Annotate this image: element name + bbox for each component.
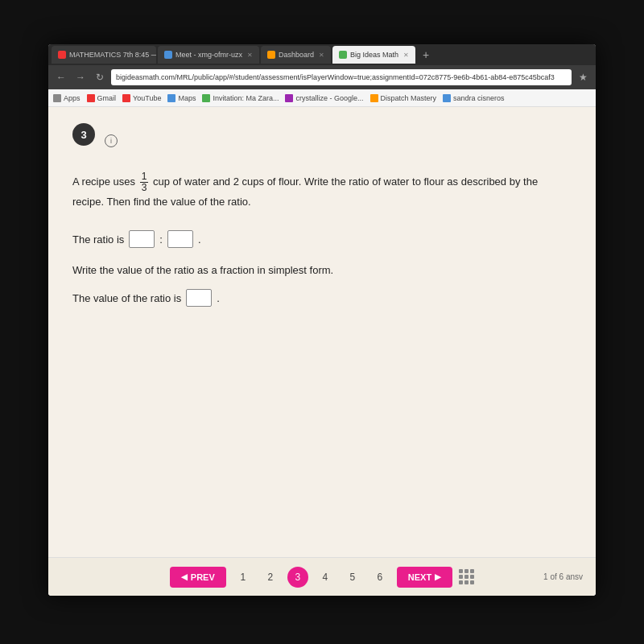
bookmark-sandra[interactable]: sandra cisneros xyxy=(443,94,505,102)
bookmark-label: Gmail xyxy=(97,94,117,102)
tab-favicon xyxy=(164,51,172,59)
address-input[interactable] xyxy=(111,69,572,85)
youtube-icon xyxy=(122,94,130,102)
tab-favicon xyxy=(267,51,275,59)
tab-label: Big Ideas Math xyxy=(350,51,398,59)
tab-meet[interactable]: Meet - xmg-ofmr-uzx ✕ xyxy=(158,46,259,64)
browser-chrome: MATHEMATICS 7th 8:45 — Roo... ✕ Meet - x… xyxy=(48,44,596,107)
fraction-numerator: 1 xyxy=(140,171,149,183)
tab-label: MATHEMATICS 7th 8:45 — Roo... xyxy=(69,51,156,59)
bookmark-dispatch[interactable]: Dispatch Mastery xyxy=(370,94,437,102)
bookmark-apps[interactable]: Apps xyxy=(53,94,80,102)
bookmark-label: Apps xyxy=(64,94,80,102)
new-tab-button[interactable]: + xyxy=(417,46,435,64)
tab-close-icon[interactable]: ✕ xyxy=(319,52,324,59)
question-text-part1: A recipe uses xyxy=(72,175,135,188)
value-period: . xyxy=(217,292,220,304)
address-bar-row: ← → ↻ ★ xyxy=(48,65,596,89)
page-2[interactable]: 2 xyxy=(260,567,281,588)
forward-button[interactable]: → xyxy=(72,69,89,85)
bottom-navigation: ◀ PREV 1 2 3 4 5 6 NEXT ▶ xyxy=(48,557,596,596)
reload-button[interactable]: ↻ xyxy=(92,69,108,85)
gmail-icon xyxy=(87,94,95,102)
fraction-display: 1 3 xyxy=(140,171,149,193)
bookmark-star-icon[interactable]: ★ xyxy=(575,69,591,85)
tab-bar: MATHEMATICS 7th 8:45 — Roo... ✕ Meet - x… xyxy=(48,44,596,65)
prev-label: PREV xyxy=(191,572,215,582)
tab-dashboard[interactable]: Dashboard ✕ xyxy=(261,46,331,64)
prev-button[interactable]: ◀ PREV xyxy=(170,567,226,588)
value-label: The value of the ratio is xyxy=(72,292,181,304)
prev-chevron-icon: ◀ xyxy=(181,572,188,581)
write-value-instruction: Write the value of the ratio as a fracti… xyxy=(72,264,572,276)
maps-icon xyxy=(167,94,175,102)
tab-close-icon[interactable]: ✕ xyxy=(247,52,253,59)
tab-bigideas[interactable]: Big Ideas Math ✕ xyxy=(332,46,415,64)
bookmark-label: sandra cisneros xyxy=(453,94,505,102)
bookmark-invitation[interactable]: Invitation: Ma Zara... xyxy=(202,94,279,102)
bookmark-crystallize[interactable]: crystallize - Google... xyxy=(285,94,363,102)
google-g-icon xyxy=(443,94,451,102)
apps-icon xyxy=(53,94,61,102)
bookmark-label: Invitation: Ma Zara... xyxy=(213,94,279,102)
tab-favicon xyxy=(339,51,347,59)
ratio-separator: : xyxy=(159,233,163,246)
page-content: 3 i A recipe uses 1 3 cup of water and 2… xyxy=(48,107,596,596)
email-icon xyxy=(202,94,210,102)
bookmark-label: Maps xyxy=(178,94,196,102)
fraction-denominator: 3 xyxy=(140,183,149,193)
bookmark-gmail[interactable]: Gmail xyxy=(87,94,117,102)
value-input-row: The value of the ratio is . xyxy=(72,289,572,307)
tab-label: Meet - xmg-ofmr-uzx xyxy=(175,51,242,59)
ratio-input-row: The ratio is : . xyxy=(72,230,572,248)
page-3-current[interactable]: 3 xyxy=(287,567,308,588)
tab-mathematics[interactable]: MATHEMATICS 7th 8:45 — Roo... ✕ xyxy=(52,46,156,64)
bookmarks-bar: Apps Gmail YouTube Maps Invitation: Ma Z… xyxy=(48,89,596,107)
grid-view-icon[interactable] xyxy=(459,569,474,584)
back-button[interactable]: ← xyxy=(53,69,69,85)
ratio-input-water[interactable] xyxy=(129,230,155,248)
question-text: A recipe uses 1 3 cup of water and 2 cup… xyxy=(72,171,572,211)
page-4[interactable]: 4 xyxy=(315,567,336,588)
info-icon[interactable]: i xyxy=(105,134,118,147)
value-input[interactable] xyxy=(186,289,212,307)
tab-label: Dashboard xyxy=(279,51,314,59)
tab-favicon xyxy=(58,51,66,59)
browser-screen: MATHEMATICS 7th 8:45 — Roo... ✕ Meet - x… xyxy=(48,44,596,596)
bookmark-label: Dispatch Mastery xyxy=(381,94,437,102)
tab-close-icon[interactable]: ✕ xyxy=(403,52,409,59)
dispatch-icon xyxy=(370,94,378,102)
next-chevron-icon: ▶ xyxy=(435,572,441,581)
google-icon xyxy=(285,94,293,102)
answer-count: 1 of 6 ansv xyxy=(543,572,583,581)
ratio-period: . xyxy=(198,233,201,246)
page-5[interactable]: 5 xyxy=(342,567,363,588)
next-button[interactable]: NEXT ▶ xyxy=(397,567,452,588)
next-label: NEXT xyxy=(408,572,431,582)
question-number: 3 xyxy=(72,123,95,146)
bookmark-label: YouTube xyxy=(133,94,161,102)
bookmark-youtube[interactable]: YouTube xyxy=(122,94,161,102)
page-6[interactable]: 6 xyxy=(369,567,390,588)
ratio-input-flour[interactable] xyxy=(167,230,193,248)
ratio-label: The ratio is xyxy=(72,233,124,246)
bookmark-maps[interactable]: Maps xyxy=(167,94,196,102)
bookmark-label: crystallize - Google... xyxy=(295,94,363,102)
page-1[interactable]: 1 xyxy=(233,567,254,588)
